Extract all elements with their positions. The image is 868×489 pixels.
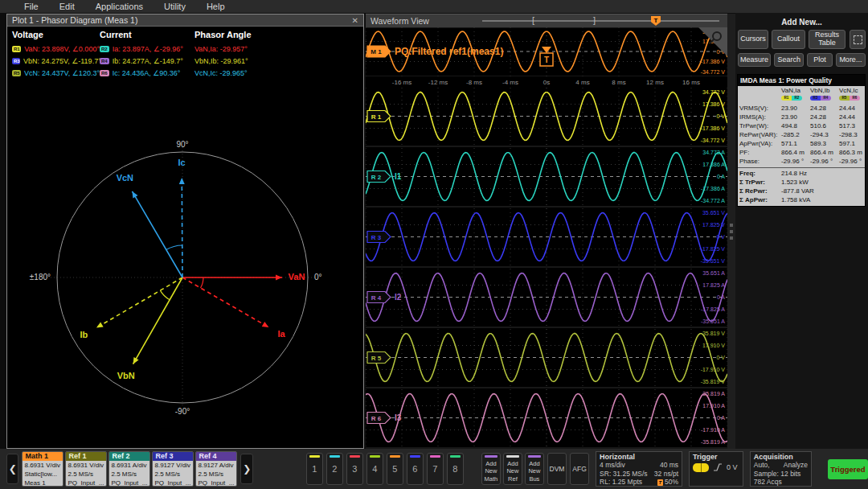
scope-badge-ref-3[interactable]: Ref 38.9127 V/div2.5 MS/sPQ_Input_... xyxy=(152,451,194,487)
waveform-badge-r6[interactable]: R 6 xyxy=(367,413,391,424)
plot-window-titlebar[interactable]: Plot 1 - Phasor Diagram (Meas 1) ✕ xyxy=(7,14,363,27)
legend-header: Voltage xyxy=(12,30,100,39)
add-new-ref-button[interactable]: AddNewRef xyxy=(503,453,522,485)
y-axis-label: 0 V xyxy=(716,234,725,240)
imda-value: 24.28 xyxy=(810,113,839,121)
menu-item-help[interactable]: Help xyxy=(207,2,225,11)
imda-results-table[interactable]: IMDA Meas 1: Power Quality VaN,IaVbN,IbV… xyxy=(737,74,866,207)
imda-value: -29.96 ° xyxy=(810,157,839,166)
channel-7-button[interactable]: 7 xyxy=(427,453,444,485)
imda-summary-row: Σ TrPwr:1.523 kW xyxy=(739,178,863,187)
channel-8-button[interactable]: 8 xyxy=(447,453,464,485)
cursors-button[interactable]: Cursors xyxy=(738,30,768,49)
dvm-button[interactable]: DVM xyxy=(547,453,567,485)
results-table-button[interactable]: Results Table xyxy=(809,30,845,49)
imda-value: 24.28 xyxy=(810,104,839,113)
waveform-badge-r2[interactable]: R 2 xyxy=(367,171,391,183)
y-axis-label: -17.386 V xyxy=(701,125,726,131)
channel-3-button[interactable]: 3 xyxy=(346,453,363,485)
legend-row: VaN,Ia: -29.957° xyxy=(194,43,252,55)
add-new-bus-button[interactable]: AddNewBus xyxy=(525,453,544,485)
y-axis-label: 17.386 V xyxy=(702,101,725,107)
legend-column-current: CurrentR2Ia: 23.897A, ∠-29.96°R4Ib: 24.2… xyxy=(100,30,194,79)
trigger-position-marker[interactable]: T xyxy=(540,47,553,66)
imda-value: 494.8 xyxy=(781,121,810,130)
legend-column-voltage: VoltageR1VaN: 23.898V, ∠0.000°R3VbN: 24.… xyxy=(12,30,100,79)
more--button[interactable]: More... xyxy=(836,53,866,67)
trigger-panel[interactable]: Trigger 0 V xyxy=(689,451,743,487)
scope-badge-ref-2[interactable]: Ref 28.6931 A/div2.5 MS/sPQ_Input_... xyxy=(108,451,150,487)
scope-badge-ref-1[interactable]: Ref 18.6931 V/div2.5 MS/sPQ_Input_... xyxy=(65,451,107,487)
menu-item-file[interactable]: File xyxy=(24,2,39,11)
horizontal-resolution: 32 ns/pt xyxy=(654,470,678,479)
menu-bar: FileEditApplicationsUtilityHelp xyxy=(0,0,868,13)
acquisition-count: 782 Acqs xyxy=(754,478,782,487)
horizontal-record-length: RL: 1.25 Mpts xyxy=(600,478,642,487)
phasor-legend: VoltageR1VaN: 23.898V, ∠0.000°R3VbN: 24.… xyxy=(7,27,363,80)
minimap-trigger-icon[interactable]: T xyxy=(651,16,661,26)
y-axis-label: 0 V xyxy=(716,113,725,119)
y-axis-label: -35.819 A xyxy=(701,439,725,445)
zoom-region-button[interactable] xyxy=(850,30,866,49)
scope-badges-scroll-right-button[interactable]: ❯ xyxy=(240,454,252,484)
waveform-badge-r3[interactable]: R 3 xyxy=(367,232,391,243)
imda-value: 866.4 m xyxy=(810,148,839,157)
channel-2-button[interactable]: 2 xyxy=(326,453,343,485)
legend-row: R6Ic: 24.436A, ∠90.36° xyxy=(100,67,194,79)
waveform-view-titlebar[interactable]: Waveform View [ ] T xyxy=(366,14,727,27)
panel-splitter-handle[interactable] xyxy=(727,14,735,449)
legend-value: Ic: 24.436A, ∠90.36° xyxy=(113,69,181,77)
acquisition-sample: Sample: 12 bits xyxy=(754,470,801,479)
measure-button[interactable]: Measure xyxy=(738,53,771,67)
add-new-math-button[interactable]: AddNewMath xyxy=(481,453,501,485)
imda-value: -29.96 ° xyxy=(781,157,810,166)
scope-badge-strip: Math 18.6931 V/divStatic[low...Meas 1Ref… xyxy=(22,451,237,487)
channel-1-button[interactable]: 1 xyxy=(306,453,323,485)
close-icon[interactable]: ✕ xyxy=(352,16,358,25)
channel-5-button[interactable]: 5 xyxy=(387,453,403,485)
phasor-vector-ib: Ib xyxy=(80,277,182,339)
waveform-badge-r4[interactable]: R 4 xyxy=(367,292,391,303)
svg-text:T: T xyxy=(544,55,549,64)
waveform-badge-r1[interactable]: R 1 xyxy=(367,111,391,122)
horizontal-position-minimap[interactable]: [ ] T xyxy=(482,20,719,22)
axis-label-minus-90: -90° xyxy=(175,407,190,416)
waveform-label-r6: I3 xyxy=(395,413,402,422)
scope-badge-math-1[interactable]: Math 18.6931 V/divStatic[low...Meas 1 xyxy=(22,451,63,487)
svg-text:Ia: Ia xyxy=(277,329,285,339)
menu-item-edit[interactable]: Edit xyxy=(59,2,75,11)
expansion-point-icon: T xyxy=(657,479,663,486)
add-new-heading: Add New... xyxy=(735,18,868,27)
scope-badge-ref-4[interactable]: Ref 48.9127 A/div2.5 MS/sPQ_Input_... xyxy=(195,451,237,487)
acquisition-panel[interactable]: Acquisition Auto, Analyze Sample: 12 bit… xyxy=(750,451,812,487)
legend-value: VbN,Ib: -29.961° xyxy=(194,57,248,65)
scope-badges-scroll-left-button[interactable]: ❮ xyxy=(6,454,18,484)
horizontal-panel[interactable]: Horizontal 4 ms/div 40 ms SR: 31.25 MS/s… xyxy=(596,451,682,487)
minimap-left-bracket-icon[interactable]: [ xyxy=(532,15,534,25)
callout-button[interactable]: Callout xyxy=(772,30,805,49)
afg-button[interactable]: AFG xyxy=(570,453,589,485)
svg-text:R 2: R 2 xyxy=(371,174,382,181)
legend-row: R2Ia: 23.897A, ∠-29.96° xyxy=(100,43,194,55)
waveform-badge-m1[interactable]: M 1 xyxy=(367,46,391,57)
channel-4-button[interactable]: 4 xyxy=(366,453,383,485)
plot-button[interactable]: Plot xyxy=(807,53,832,67)
imda-row-label: VRMS(V): xyxy=(739,104,781,113)
waveform-label-r2: I1 xyxy=(395,172,402,181)
search-button[interactable]: Search xyxy=(774,53,804,67)
menu-item-applications[interactable]: Applications xyxy=(96,2,143,11)
minimap-right-bracket-icon[interactable]: ] xyxy=(593,15,596,25)
menu-item-utility[interactable]: Utility xyxy=(164,2,186,11)
waveform-badge-r5[interactable]: R 5 xyxy=(367,352,391,364)
horizontal-sample-rate: SR: 31.25 MS/s xyxy=(600,470,648,479)
channel-6-button[interactable]: 6 xyxy=(407,453,424,485)
imda-value: -29.96 ° xyxy=(839,157,866,166)
acquisition-mode: Auto, xyxy=(754,461,770,470)
imda-value: 866.3 m xyxy=(839,148,866,157)
legend-value: VcN,Ic: -29.965° xyxy=(194,69,248,77)
x-tick-label: 4 ms xyxy=(575,79,589,86)
legend-column-phasor-angle: Phasor AngleVaN,Ia: -29.957°VbN,Ib: -29.… xyxy=(194,30,252,79)
y-axis-label: -17.386 V xyxy=(701,59,726,64)
svg-text:R 6: R 6 xyxy=(371,415,382,422)
legend-row: R3VbN: 24.275V, ∠-119.7° xyxy=(12,55,100,67)
